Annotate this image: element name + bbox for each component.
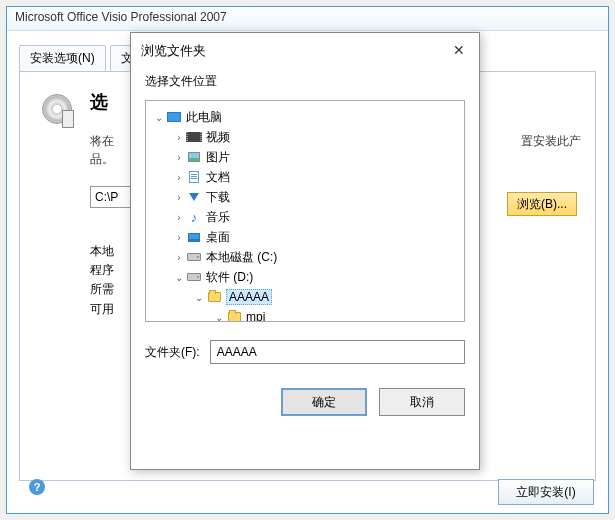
info-3: 所需 [90, 282, 114, 296]
tree-label: 桌面 [206, 229, 230, 246]
expand-icon[interactable]: › [172, 232, 186, 243]
expand-icon[interactable]: › [172, 132, 186, 143]
expand-icon[interactable]: › [172, 212, 186, 223]
window-title: Microsoft Office Visio Professional 2007 [7, 7, 608, 31]
tree-pictures[interactable]: › 图片 [150, 147, 460, 167]
install-now-button[interactable]: 立即安装(I) [498, 479, 594, 505]
info-1: 本地 [90, 244, 114, 258]
expand-icon[interactable]: › [172, 192, 186, 203]
folder-tree[interactable]: ⌄ 此电脑 › 视频 › 图片 › 文档 › 下载 › ♪ 音乐 [145, 100, 465, 322]
pc-icon [166, 110, 182, 124]
info-2: 程序 [90, 263, 114, 277]
tree-label: 文档 [206, 169, 230, 186]
folder-label: 文件夹(F): [145, 344, 200, 361]
tree-this-pc[interactable]: ⌄ 此电脑 [150, 107, 460, 127]
tree-music[interactable]: › ♪ 音乐 [150, 207, 460, 227]
picture-icon [186, 150, 202, 164]
tree-label: 音乐 [206, 209, 230, 226]
help-icon[interactable]: ? [29, 479, 45, 495]
tab-install-options[interactable]: 安装选项(N) [19, 45, 106, 71]
text-frag-2: 置安装此产 [521, 132, 581, 150]
music-icon: ♪ [186, 210, 202, 224]
dialog-title: 浏览文件夹 [141, 42, 206, 60]
tree-label: 此电脑 [186, 109, 222, 126]
tree-videos[interactable]: › 视频 [150, 127, 460, 147]
install-disc-icon [40, 92, 80, 132]
video-icon [186, 130, 202, 144]
folder-icon [206, 290, 222, 304]
tree-label-selected: AAAAA [226, 289, 272, 305]
drive-icon [186, 250, 202, 264]
dialog-buttons: 确定 取消 [131, 364, 479, 430]
collapse-icon[interactable]: ⌄ [152, 112, 166, 123]
collapse-icon[interactable]: ⌄ [212, 312, 226, 323]
info-4: 可用 [90, 302, 114, 316]
folder-icon [226, 310, 242, 322]
cancel-button[interactable]: 取消 [379, 388, 465, 416]
tree-downloads[interactable]: › 下载 [150, 187, 460, 207]
tree-label: 图片 [206, 149, 230, 166]
browse-button[interactable]: 浏览(B)... [507, 192, 577, 216]
text-frag-1: 将在 [90, 134, 114, 148]
dialog-titlebar: 浏览文件夹 ✕ [131, 33, 479, 69]
document-icon [186, 170, 202, 184]
collapse-icon[interactable]: ⌄ [172, 272, 186, 283]
browse-folder-dialog: 浏览文件夹 ✕ 选择文件位置 ⌄ 此电脑 › 视频 › 图片 › 文档 › 下载 [130, 32, 480, 470]
desktop-icon [186, 230, 202, 244]
text-frag-3: 品。 [90, 152, 114, 166]
folder-name-row: 文件夹(F): [145, 340, 465, 364]
expand-icon[interactable]: › [172, 252, 186, 263]
tree-folder-aaaaa[interactable]: ⌄ AAAAA [150, 287, 460, 307]
tree-documents[interactable]: › 文档 [150, 167, 460, 187]
tree-label: 下载 [206, 189, 230, 206]
tree-desktop[interactable]: › 桌面 [150, 227, 460, 247]
tree-folder-mpi[interactable]: ⌄ mpi [150, 307, 460, 322]
close-icon[interactable]: ✕ [449, 41, 469, 61]
download-icon [186, 190, 202, 204]
expand-icon[interactable]: › [172, 172, 186, 183]
expand-icon[interactable]: › [172, 152, 186, 163]
tree-drive-c[interactable]: › 本地磁盘 (C:) [150, 247, 460, 267]
ok-button[interactable]: 确定 [281, 388, 367, 416]
folder-name-input[interactable] [210, 340, 465, 364]
dialog-subtitle: 选择文件位置 [131, 69, 479, 100]
tree-label: 视频 [206, 129, 230, 146]
collapse-icon[interactable]: ⌄ [192, 292, 206, 303]
tree-label: 软件 (D:) [206, 269, 253, 286]
drive-icon [186, 270, 202, 284]
tree-label: mpi [246, 310, 265, 322]
tree-drive-d[interactable]: ⌄ 软件 (D:) [150, 267, 460, 287]
tree-label: 本地磁盘 (C:) [206, 249, 277, 266]
